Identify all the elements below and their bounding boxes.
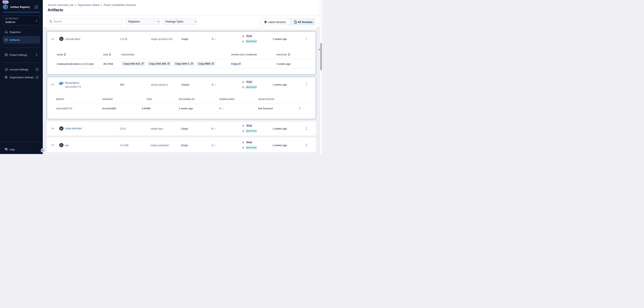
svg-text:R: R [60,37,62,40]
svg-text:?: ? [6,148,6,149]
svg-text:R: R [60,144,62,146]
svg-text:R: R [60,127,62,130]
